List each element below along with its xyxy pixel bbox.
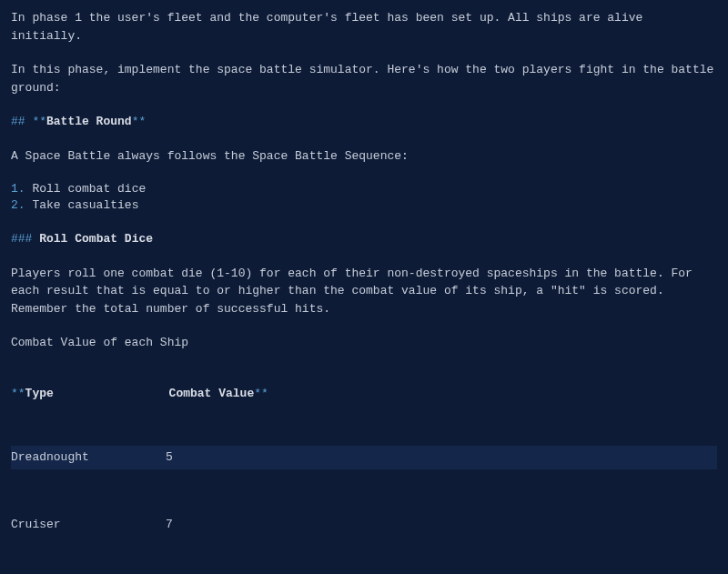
list-item: 1. Roll combat dice <box>11 181 717 197</box>
roll-description: Players roll one combat die (1-10) for e… <box>11 265 717 318</box>
heading-text: Battle Round <box>46 115 132 128</box>
header-col-value: Combat Value <box>169 387 255 400</box>
heading-marker-close: ** <box>132 115 147 128</box>
combat-value-table: **TypeCombat Value** Dreadnought5 Cruise… <box>11 385 717 574</box>
table-header: **TypeCombat Value** <box>11 385 717 403</box>
cell-value: 5 <box>166 448 173 467</box>
list-text: Roll combat dice <box>25 182 147 196</box>
combat-value-label: Combat Value of each Ship <box>11 334 717 352</box>
header-col-type: Type <box>25 385 169 403</box>
subheading-marker: ### <box>11 232 39 246</box>
header-marker-open: ** <box>11 387 25 400</box>
cell-type: Cruiser <box>11 516 166 534</box>
intro-paragraph-1: In phase 1 the user's fleet and the comp… <box>11 9 717 45</box>
heading-marker-open: ## ** <box>11 115 46 128</box>
list-text: Take casualties <box>25 198 139 212</box>
heading-roll-combat-dice: ### Roll Combat Dice <box>11 230 717 248</box>
steps-list: 1. Roll combat dice 2. Take casualties <box>11 181 717 214</box>
list-item: 2. Take casualties <box>11 197 717 214</box>
subheading-text: Roll Combat Dice <box>39 232 153 246</box>
heading-battle-round: ## **Battle Round** <box>11 113 717 131</box>
cell-type: Dreadnought <box>11 448 166 467</box>
list-number: 2. <box>11 198 25 212</box>
list-number: 1. <box>11 182 25 196</box>
table-row: Dreadnought5 <box>11 446 717 469</box>
sequence-intro: A Space Battle always follows the Space … <box>11 147 717 166</box>
cell-value: 7 <box>166 516 173 534</box>
intro-paragraph-2: In this phase, implement the space battl… <box>11 61 717 96</box>
table-row: Cruiser7 <box>11 513 717 537</box>
header-marker-close: ** <box>254 387 268 400</box>
